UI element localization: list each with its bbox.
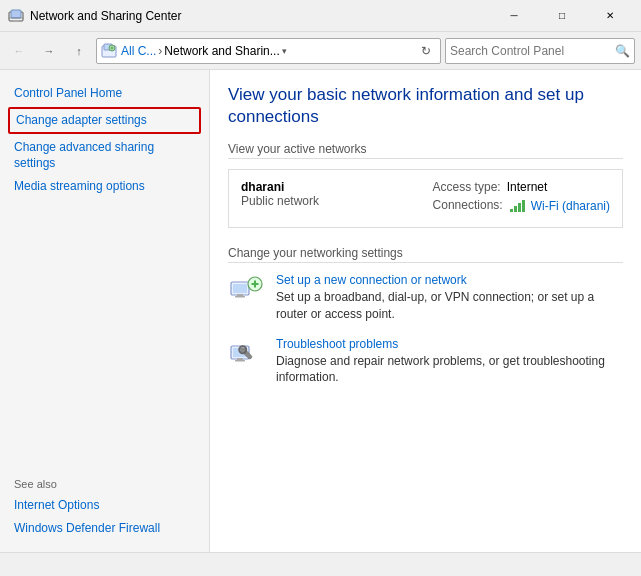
titlebar-icon [8,8,24,24]
svg-rect-14 [233,284,247,293]
active-network-box: dharani Public network Access type: Inte… [228,169,623,228]
new-connection-desc: Set up a broadband, dial-up, or VPN conn… [276,289,623,323]
svg-rect-22 [237,358,243,360]
content-area: View your basic network information and … [210,70,641,552]
all-control-panel-crumb[interactable]: All C... [121,44,156,58]
troubleshoot-text: Troubleshoot problems Diagnose and repai… [276,337,623,387]
access-type-label: Access type: [433,180,501,194]
page-title: View your basic network information and … [228,84,623,128]
svg-rect-10 [514,206,517,212]
access-type-row: Access type: Internet [433,180,610,194]
access-type-value: Internet [507,180,548,194]
sidebar-item-internet-options[interactable]: Internet Options [0,494,209,517]
search-icon: 🔍 [615,44,630,58]
sidebar-item-media-streaming[interactable]: Media streaming options [0,175,209,198]
svg-rect-11 [518,203,521,212]
titlebar-title: Network and Sharing Center [30,9,491,23]
sidebar-item-home[interactable]: Control Panel Home [0,82,209,105]
network-name: dharani [241,180,319,194]
navbar: ← → ↑ All C... › Network and Sharin... ▾… [0,32,641,70]
address-dropdown-icon[interactable]: ▾ [282,46,287,56]
connections-row: Connections: Wi-Fi (dharani) [433,198,610,213]
network-type: Public network [241,194,319,208]
breadcrumb-sep1: › [158,44,162,58]
wifi-icon [509,198,527,213]
troubleshoot-item: Troubleshoot problems Diagnose and repai… [228,337,623,387]
close-button[interactable]: ✕ [587,0,633,32]
sidebar-item-windows-defender[interactable]: Windows Defender Firewall [0,517,209,540]
wifi-link-text: Wi-Fi (dharani) [531,199,610,213]
settings-section: Set up a new connection or network Set u… [228,273,623,386]
troubleshoot-desc: Diagnose and repair network problems, or… [276,353,623,387]
svg-rect-12 [522,200,525,212]
sidebar: Control Panel Home Change adapter settin… [0,70,210,552]
titlebar-controls: ─ □ ✕ [491,0,633,32]
back-button[interactable]: ← [6,38,32,64]
minimize-button[interactable]: ─ [491,0,537,32]
network-right: Access type: Internet Connections: [433,180,610,217]
forward-button[interactable]: → [36,38,62,64]
search-bar[interactable]: 🔍 [445,38,635,64]
svg-rect-1 [11,10,21,18]
address-path: All C... › Network and Sharin... ▾ [121,44,412,58]
troubleshoot-link[interactable]: Troubleshoot problems [276,337,398,351]
svg-rect-9 [510,209,513,212]
titlebar: Network and Sharing Center ─ □ ✕ [0,0,641,32]
sidebar-item-change-adapter[interactable]: Change adapter settings [8,107,201,134]
address-bar[interactable]: All C... › Network and Sharin... ▾ ↻ [96,38,441,64]
up-button[interactable]: ↑ [66,38,92,64]
new-connection-icon [228,273,264,309]
search-input[interactable] [450,44,615,58]
svg-rect-3 [13,20,19,22]
svg-rect-15 [237,294,243,296]
statusbar [0,552,641,576]
refresh-button[interactable]: ↻ [416,41,436,61]
network-left: dharani Public network [241,180,319,217]
address-icon [101,43,117,59]
new-connection-text: Set up a new connection or network Set u… [276,273,623,323]
new-connection-item: Set up a new connection or network Set u… [228,273,623,323]
main-layout: Control Panel Home Change adapter settin… [0,70,641,552]
change-settings-header: Change your networking settings [228,246,623,263]
active-networks-header: View your active networks [228,142,623,159]
connections-label: Connections: [433,198,503,213]
sidebar-item-change-advanced[interactable]: Change advanced sharing settings [0,136,209,176]
maximize-button[interactable]: □ [539,0,585,32]
troubleshoot-icon [228,337,264,373]
current-location: Network and Sharin... [164,44,279,58]
wifi-link[interactable]: Wi-Fi (dharani) [509,198,610,213]
see-also-label: See also [0,458,209,494]
new-connection-link[interactable]: Set up a new connection or network [276,273,467,287]
svg-rect-23 [235,360,245,362]
svg-rect-16 [235,296,245,298]
